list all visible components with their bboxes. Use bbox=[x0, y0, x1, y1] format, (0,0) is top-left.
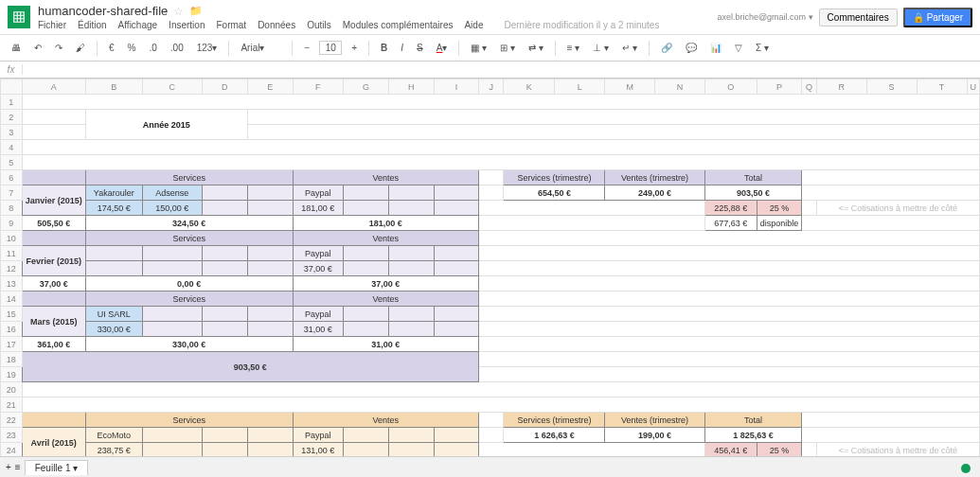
menu-donnees[interactable]: Données bbox=[258, 20, 295, 30]
document-title[interactable]: humancoder-shared-file bbox=[38, 4, 168, 18]
cell[interactable]: Paypal bbox=[293, 246, 343, 261]
strike-icon[interactable]: S bbox=[413, 41, 427, 55]
more-formats[interactable]: 123 ▾ bbox=[193, 41, 222, 55]
spreadsheet-grid[interactable]: ABCDEFGHIJKLMNOPQRSTU 1 2Année 2015 3 4 … bbox=[0, 79, 980, 467]
cell[interactable]: Ventes bbox=[293, 231, 478, 246]
paint-format-icon[interactable]: 🖌 bbox=[72, 41, 89, 55]
star-icon[interactable]: ☆ bbox=[173, 5, 184, 18]
menu-edition[interactable]: Édition bbox=[78, 20, 107, 30]
share-button[interactable]: 🔒 Partager bbox=[903, 8, 972, 27]
size-inc-icon[interactable]: + bbox=[347, 41, 361, 55]
undo-icon[interactable]: ↶ bbox=[30, 41, 45, 55]
percent-icon[interactable]: % bbox=[124, 41, 140, 55]
chart-icon[interactable]: 📊 bbox=[706, 41, 725, 55]
sheet-tab-1[interactable]: Feuille 1 ▾ bbox=[25, 460, 89, 468]
cell[interactable]: 37,00 € bbox=[293, 276, 478, 292]
cell[interactable]: 31,00 € bbox=[293, 322, 343, 337]
cell[interactable]: 505,50 € bbox=[22, 216, 85, 231]
cell[interactable]: 225,88 € bbox=[704, 201, 757, 216]
cell[interactable]: Paypal bbox=[293, 428, 343, 443]
fevrier-label: Fevrier (2015) bbox=[22, 246, 85, 276]
cell[interactable]: 677,63 € bbox=[704, 216, 757, 231]
valign-icon[interactable]: ⊥ ▾ bbox=[589, 41, 613, 55]
bold-icon[interactable]: B bbox=[377, 41, 391, 55]
menu-fichier[interactable]: Fichier bbox=[38, 20, 66, 30]
cell[interactable]: 181,00 € bbox=[293, 216, 478, 231]
fx-label: fx bbox=[0, 64, 23, 75]
cell[interactable]: Total bbox=[704, 413, 801, 428]
cell[interactable]: UI SARL bbox=[85, 307, 142, 322]
sheet-tabs-bar: + ≡ Feuille 1 ▾ bbox=[0, 456, 980, 467]
user-email[interactable]: axel.briche@gmail.com ▾ bbox=[717, 12, 812, 22]
cell[interactable]: Ventes (trimestre) bbox=[605, 413, 705, 428]
menu-insertion[interactable]: Insertion bbox=[169, 20, 205, 30]
cell[interactable]: Services bbox=[85, 413, 293, 428]
cell[interactable]: 25 % bbox=[757, 201, 802, 216]
cell[interactable]: 199,00 € bbox=[605, 428, 705, 443]
explore-icon[interactable] bbox=[961, 464, 971, 467]
cell[interactable]: 1 825,63 € bbox=[704, 428, 801, 443]
dec-increase-icon[interactable]: .00 bbox=[167, 41, 187, 55]
menu-aide[interactable]: Aide bbox=[464, 20, 483, 30]
borders-icon[interactable]: ⊞ ▾ bbox=[496, 41, 519, 55]
font-select[interactable]: Arial ▾ bbox=[237, 41, 284, 55]
filter-icon[interactable]: ▽ bbox=[731, 41, 746, 55]
cell[interactable]: 324,50 € bbox=[85, 216, 293, 231]
wrap-icon[interactable]: ↵ ▾ bbox=[618, 41, 641, 55]
currency-icon[interactable]: € bbox=[105, 41, 118, 55]
menu-affichage[interactable]: Affichage bbox=[118, 20, 158, 30]
cell[interactable]: 1 626,63 € bbox=[504, 428, 605, 443]
cell[interactable]: 249,00 € bbox=[605, 186, 705, 201]
cell[interactable]: Adsense bbox=[142, 186, 202, 201]
functions-icon[interactable]: Σ ▾ bbox=[752, 41, 773, 55]
redo-icon[interactable]: ↷ bbox=[51, 41, 66, 55]
last-edit-text: Dernière modification il y a 2 minutes bbox=[504, 20, 659, 30]
comment-icon[interactable]: 💬 bbox=[682, 41, 701, 55]
cell[interactable]: 150,00 € bbox=[142, 201, 202, 216]
cell[interactable]: 330,00 € bbox=[85, 337, 293, 352]
cell[interactable]: 181,00 € bbox=[293, 201, 343, 216]
cell[interactable]: Services bbox=[85, 231, 293, 246]
cotis-note: <= Cotisations à mettre de côté bbox=[816, 201, 979, 216]
sheets-app-icon[interactable] bbox=[8, 6, 30, 28]
cell[interactable]: 361,00 € bbox=[22, 337, 85, 352]
size-dec-icon[interactable]: − bbox=[300, 41, 313, 55]
cell[interactable]: 174,50 € bbox=[85, 201, 142, 216]
italic-icon[interactable]: I bbox=[397, 41, 407, 55]
header-bar: humancoder-shared-file ☆ 📁 Fichier Éditi… bbox=[0, 0, 980, 35]
cell[interactable]: disponible bbox=[757, 216, 802, 231]
all-sheets-icon[interactable]: ≡ bbox=[15, 462, 21, 467]
comments-button[interactable]: Commentaires bbox=[819, 9, 898, 26]
cell[interactable]: Paypal bbox=[293, 186, 343, 201]
dec-decrease-icon[interactable]: .0 bbox=[145, 41, 160, 55]
cell[interactable]: 31,00 € bbox=[293, 337, 478, 352]
cell[interactable]: Yakarouler bbox=[85, 186, 142, 201]
cell[interactable]: 37,00 € bbox=[22, 276, 85, 292]
cell[interactable]: 37,00 € bbox=[293, 261, 343, 276]
ventes-header: Ventes bbox=[293, 170, 478, 186]
cell[interactable]: Ventes bbox=[293, 413, 478, 428]
cell[interactable]: Services bbox=[85, 292, 293, 307]
menu-modules[interactable]: Modules complémentaires bbox=[343, 20, 454, 30]
cell[interactable]: Services (trimestre) bbox=[504, 413, 605, 428]
cell[interactable]: EcoMoto bbox=[85, 428, 142, 443]
cell[interactable]: 0,00 € bbox=[85, 276, 293, 292]
avril-label: Avril (2015) bbox=[22, 428, 85, 458]
menu-format[interactable]: Format bbox=[216, 20, 246, 30]
add-sheet-icon[interactable]: + bbox=[6, 462, 11, 467]
link-icon[interactable]: 🔗 bbox=[657, 41, 676, 55]
col-headers[interactable]: ABCDEFGHIJKLMNOPQRSTU bbox=[1, 80, 980, 95]
merge-icon[interactable]: ⇄ ▾ bbox=[525, 41, 547, 55]
cell[interactable]: 330,00 € bbox=[85, 322, 142, 337]
cell[interactable]: 654,50 € bbox=[504, 186, 605, 201]
print-icon[interactable]: 🖶 bbox=[8, 41, 25, 55]
cell[interactable]: Ventes bbox=[293, 292, 478, 307]
font-size-input[interactable]: 10 bbox=[319, 41, 342, 55]
halign-icon[interactable]: ≡ ▾ bbox=[563, 41, 584, 55]
cell[interactable]: 903,50 € bbox=[704, 186, 801, 201]
fill-color-icon[interactable]: ▦ ▾ bbox=[467, 41, 490, 55]
cell[interactable]: Paypal bbox=[293, 307, 343, 322]
menu-outils[interactable]: Outils bbox=[307, 20, 331, 30]
text-color-icon[interactable]: A ▾ bbox=[433, 41, 452, 55]
folder-icon[interactable]: 📁 bbox=[189, 5, 203, 17]
